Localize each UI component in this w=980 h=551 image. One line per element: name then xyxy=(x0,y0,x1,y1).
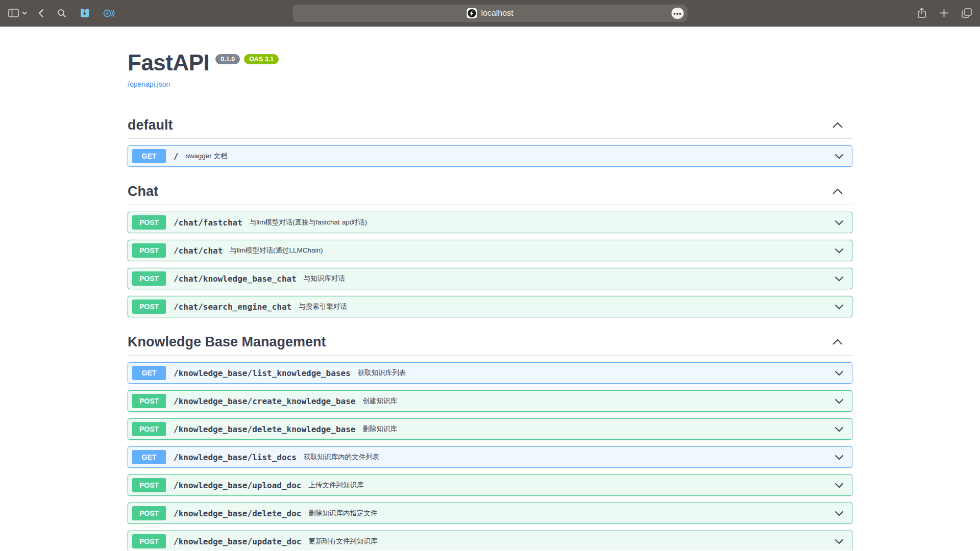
endpoint-row[interactable]: POST /knowledge_base/delete_doc 删除知识库内指定… xyxy=(128,503,852,524)
endpoint-row[interactable]: POST /chat/chat 与llm模型对话(通过LLMChain) xyxy=(128,240,852,261)
sidebar-dropdown-button[interactable] xyxy=(22,11,27,15)
endpoint-path: /chat/search_engine_chat xyxy=(174,302,291,312)
bookmark-extension-icon xyxy=(80,8,90,18)
openapi-spec-link[interactable]: /openapi.json xyxy=(128,80,170,88)
method-badge: POST xyxy=(132,534,166,548)
endpoint-row[interactable]: POST /chat/search_engine_chat 与搜索引擎对话 xyxy=(128,296,852,317)
chevron-down-icon[interactable] xyxy=(835,539,844,544)
url-text: localhost xyxy=(481,9,513,18)
endpoint-path: /knowledge_base/upload_doc xyxy=(174,481,301,490)
page-title: FastAPI xyxy=(128,50,209,76)
share-button[interactable] xyxy=(917,8,926,18)
method-badge: POST xyxy=(132,478,166,492)
chevron-down-icon[interactable] xyxy=(835,511,844,516)
endpoint-row[interactable]: POST /knowledge_base/update_doc 更新现有文件到知… xyxy=(128,531,852,550)
endpoint-row[interactable]: POST /chat/knowledge_base_chat 与知识库对话 xyxy=(128,268,852,289)
endpoint-description: 获取知识库内的文件列表 xyxy=(304,453,380,462)
search-button[interactable] xyxy=(57,9,66,18)
section-title: Knowledge Base Management xyxy=(128,334,326,350)
new-tab-button[interactable] xyxy=(940,9,948,17)
endpoint-path: /knowledge_base/delete_knowledge_base xyxy=(174,424,355,434)
back-arrow-icon xyxy=(38,9,44,18)
back-button[interactable] xyxy=(38,9,44,18)
extension-bookmark-button[interactable] xyxy=(80,8,90,18)
endpoint-description: 更新现有文件到知识库 xyxy=(308,537,377,546)
endpoint-path: /knowledge_base/list_knowledge_bases xyxy=(174,368,351,378)
endpoint-path: / xyxy=(174,152,179,161)
endpoint-description: 创建知识库 xyxy=(362,396,397,406)
version-badge: 0.1.0 xyxy=(215,54,240,65)
endpoint-description: 上传文件到知识库 xyxy=(308,481,363,490)
sidebar-icon xyxy=(8,9,19,17)
site-favicon xyxy=(467,8,477,18)
endpoint-path: /knowledge_base/create_knowledge_base xyxy=(174,396,355,406)
endpoint-description: 与llm模型对话(直接与fastchat api对话) xyxy=(250,218,367,227)
endpoint-description: 与llm模型对话(通过LLMChain) xyxy=(230,246,323,255)
method-badge: POST xyxy=(132,299,166,314)
api-info: FastAPI 0.1.0 OAS 3.1 /openapi.json xyxy=(128,27,852,89)
tab-overview-button[interactable] xyxy=(962,8,972,18)
method-badge: POST xyxy=(132,394,166,408)
endpoint-description: 删除知识库 xyxy=(362,424,397,434)
sidebar-toggle-button[interactable] xyxy=(8,9,19,17)
chevron-down-icon[interactable] xyxy=(835,276,844,282)
tabs-icon xyxy=(962,8,972,18)
chevron-up-icon[interactable] xyxy=(832,339,843,345)
method-badge: POST xyxy=(132,506,166,520)
endpoint-path: /chat/knowledge_base_chat xyxy=(174,274,297,284)
endpoint-row[interactable]: POST /knowledge_base/create_knowledge_ba… xyxy=(128,390,852,412)
endpoint-path: /knowledge_base/delete_doc xyxy=(174,509,301,518)
chevron-down-icon[interactable] xyxy=(835,483,844,488)
section-title: Chat xyxy=(128,184,158,199)
share-icon xyxy=(917,8,926,18)
chevron-down-icon[interactable] xyxy=(835,455,844,460)
chevron-down-icon[interactable] xyxy=(835,398,844,404)
chevron-up-icon[interactable] xyxy=(832,122,843,129)
extension-broadcast-button[interactable] xyxy=(103,8,115,18)
method-badge: POST xyxy=(132,271,166,286)
swagger-page: FastAPI 0.1.0 OAS 3.1 /openapi.json defa… xyxy=(0,27,980,550)
endpoint-row[interactable]: POST /chat/fastchat 与llm模型对话(直接与fastchat… xyxy=(128,212,852,233)
endpoint-description: 与搜索引擎对话 xyxy=(299,302,347,311)
chevron-down-icon[interactable] xyxy=(835,220,844,226)
endpoint-row[interactable]: GET /knowledge_base/list_knowledge_bases… xyxy=(128,362,852,384)
address-bar[interactable]: localhost ••• xyxy=(293,5,688,22)
chevron-down-icon xyxy=(22,11,27,15)
endpoint-row[interactable]: POST /knowledge_base/upload_doc 上传文件到知识库 xyxy=(128,474,852,496)
plus-icon xyxy=(940,9,948,17)
section-header-chat[interactable]: Chat xyxy=(128,173,852,205)
method-badge: GET xyxy=(132,149,166,163)
section-header-knowledge-base[interactable]: Knowledge Base Management xyxy=(128,324,852,356)
chevron-down-icon[interactable] xyxy=(835,370,844,376)
lightning-bolt-icon xyxy=(470,10,474,16)
method-badge: GET xyxy=(132,366,166,380)
endpoint-path: /chat/fastchat xyxy=(174,218,242,228)
method-badge: POST xyxy=(132,243,166,258)
endpoint-description: 与知识库对话 xyxy=(304,274,345,283)
chevron-up-icon[interactable] xyxy=(832,188,843,195)
chevron-down-icon[interactable] xyxy=(835,427,844,432)
endpoint-path: /knowledge_base/update_doc xyxy=(174,537,301,546)
oas-badge: OAS 3.1 xyxy=(244,54,279,65)
method-badge: GET xyxy=(132,450,166,464)
endpoint-description: swagger 文档 xyxy=(186,152,228,161)
chevron-down-icon[interactable] xyxy=(835,154,844,159)
endpoint-row[interactable]: POST /knowledge_base/delete_knowledge_ba… xyxy=(128,418,852,440)
section-header-default[interactable]: default xyxy=(128,107,852,139)
endpoint-description: 获取知识库列表 xyxy=(358,368,406,378)
search-icon xyxy=(57,9,66,18)
endpoint-description: 删除知识库内指定文件 xyxy=(308,509,377,518)
chevron-down-icon[interactable] xyxy=(835,248,844,254)
broadcast-extension-icon xyxy=(103,8,115,18)
section-rows-default: GET / swagger 文档 xyxy=(128,139,852,167)
endpoint-path: /chat/chat xyxy=(174,246,223,256)
endpoint-row[interactable]: GET /knowledge_base/list_docs 获取知识库内的文件列… xyxy=(128,446,852,468)
chevron-down-icon[interactable] xyxy=(835,304,844,310)
method-badge: POST xyxy=(132,215,166,230)
section-title: default xyxy=(128,117,173,133)
endpoint-path: /knowledge_base/list_docs xyxy=(174,453,297,462)
page-settings-button[interactable]: ••• xyxy=(672,8,684,19)
section-rows-knowledge-base: GET /knowledge_base/list_knowledge_bases… xyxy=(128,356,852,550)
endpoint-row[interactable]: GET / swagger 文档 xyxy=(128,145,852,167)
section-rows-chat: POST /chat/fastchat 与llm模型对话(直接与fastchat… xyxy=(128,205,852,317)
